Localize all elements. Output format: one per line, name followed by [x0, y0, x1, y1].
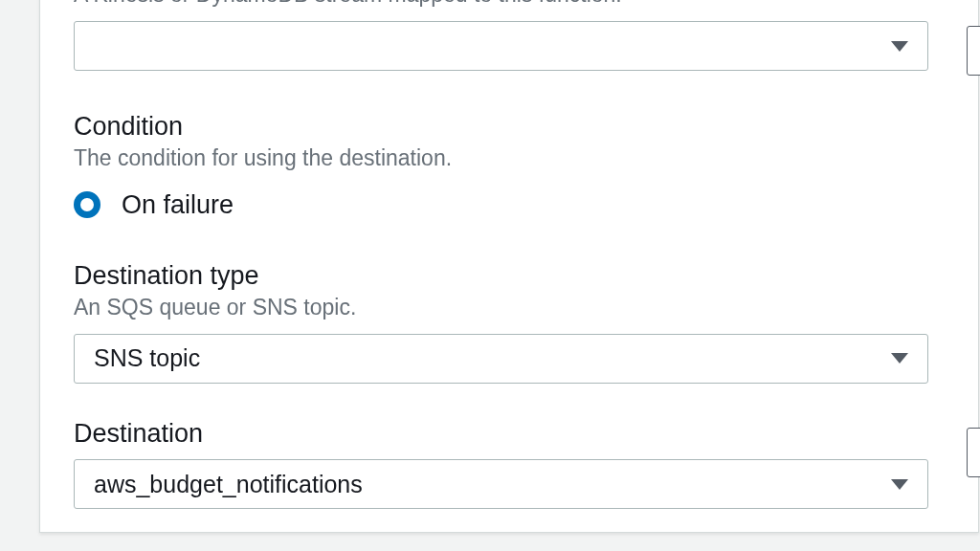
condition-title: Condition — [74, 111, 928, 143]
caret-down-icon — [891, 479, 908, 490]
destination-type-select-value: SNS topic — [94, 344, 200, 372]
destination-type-title: Destination type — [74, 260, 928, 293]
stream-description: A Kinesis or DynamoDB stream mapped to t… — [74, 0, 928, 8]
destination-edge-button[interactable] — [967, 428, 980, 477]
stream-edge-button[interactable] — [967, 26, 980, 76]
condition-option-label: On failure — [122, 190, 234, 220]
destination-type-field: Destination type An SQS queue or SNS top… — [74, 260, 928, 384]
stream-select[interactable] — [74, 21, 928, 71]
destination-select-value: aws_budget_notifications — [94, 471, 363, 498]
stream-field: A Kinesis or DynamoDB stream mapped to t… — [74, 0, 928, 71]
destination-title: Destination — [74, 418, 928, 451]
caret-down-icon — [891, 41, 908, 52]
condition-description: The condition for using the destination. — [74, 145, 928, 171]
radio-selected-icon[interactable] — [74, 191, 100, 218]
destination-config-panel: A Kinesis or DynamoDB stream mapped to t… — [39, 0, 979, 533]
destination-field: Destination aws_budget_notifications — [74, 418, 928, 510]
destination-type-select[interactable]: SNS topic — [74, 334, 928, 384]
destination-type-description: An SQS queue or SNS topic. — [74, 295, 928, 320]
condition-option[interactable]: On failure — [74, 190, 928, 220]
condition-field: Condition The condition for using the de… — [74, 111, 928, 220]
caret-down-icon — [891, 353, 908, 364]
destination-select[interactable]: aws_budget_notifications — [74, 459, 928, 509]
